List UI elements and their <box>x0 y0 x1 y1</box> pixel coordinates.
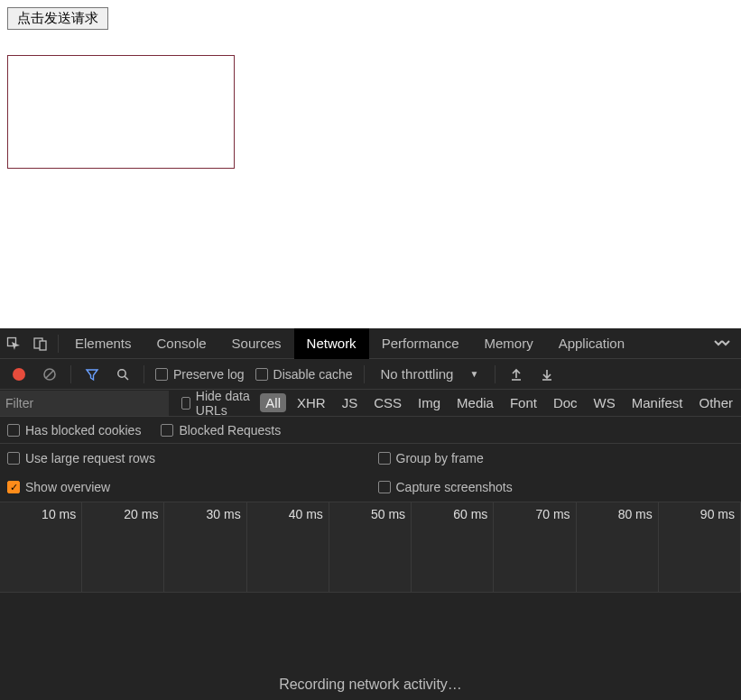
svg-point-5 <box>118 369 125 376</box>
has-blocked-cookies-checkbox[interactable]: Has blocked cookies <box>4 423 144 438</box>
timeline-tick: 20 ms <box>82 502 164 526</box>
filter-type-all[interactable]: All <box>260 393 286 412</box>
options-grid: Use large request rows Group by frame ✓S… <box>0 444 741 502</box>
dropdown-caret-icon: ▼ <box>469 369 478 379</box>
use-large-rows-label: Use large request rows <box>25 451 155 465</box>
record-button[interactable] <box>5 359 32 390</box>
tab-elements[interactable]: Elements <box>62 328 144 359</box>
timeline-lanes <box>0 526 741 592</box>
show-overview-label: Show overview <box>25 480 110 494</box>
timeline-tick: 90 ms <box>659 502 741 526</box>
tab-sources[interactable]: Sources <box>219 328 294 359</box>
more-tabs-icon[interactable] <box>703 338 741 349</box>
tab-network[interactable]: Network <box>294 328 369 359</box>
search-icon[interactable] <box>109 359 136 390</box>
throttling-select[interactable]: No throttling ▼ <box>372 366 488 382</box>
svg-line-4 <box>46 371 53 378</box>
group-by-frame-label: Group by frame <box>396 451 484 465</box>
filter-icon[interactable] <box>79 359 106 390</box>
blocked-requests-label: Blocked Requests <box>179 423 281 438</box>
timeline-tick: 50 ms <box>329 502 412 526</box>
devtools-panel: Elements Console Sources Network Perform… <box>0 328 741 700</box>
filter-type-js[interactable]: JS <box>337 393 364 412</box>
capture-screenshots-checkbox[interactable]: Capture screenshots <box>375 480 516 494</box>
send-request-button[interactable]: 点击发送请求 <box>7 7 108 30</box>
filter-bar: Hide data URLs All XHR JS CSS Img Media … <box>0 390 741 417</box>
filter-type-font[interactable]: Font <box>505 393 542 412</box>
separator <box>495 365 496 383</box>
status-text: Recording network activity… <box>279 677 462 693</box>
separator <box>144 365 144 383</box>
tab-performance[interactable]: Performance <box>369 328 472 359</box>
cookies-row: Has blocked cookies Blocked Requests <box>0 417 741 444</box>
svg-line-6 <box>125 376 128 380</box>
filter-type-xhr[interactable]: XHR <box>292 393 331 412</box>
timeline-tick: 30 ms <box>164 502 246 526</box>
disable-cache-label: Disable cache <box>273 367 353 382</box>
filter-type-other[interactable]: Other <box>693 393 738 412</box>
show-overview-checkbox[interactable]: ✓Show overview <box>4 480 114 494</box>
network-toolbar: Preserve log Disable cache No throttling… <box>0 359 741 390</box>
filter-input[interactable] <box>0 391 169 416</box>
filter-type-ws[interactable]: WS <box>588 393 621 412</box>
status-area: Recording network activity… <box>0 593 741 700</box>
preserve-log-checkbox[interactable]: Preserve log <box>152 367 248 382</box>
separator <box>70 365 71 383</box>
timeline-tick: 10 ms <box>0 502 82 526</box>
upload-har-icon[interactable] <box>503 359 530 390</box>
hide-data-urls-checkbox[interactable]: Hide data URLs <box>178 389 257 418</box>
page-content: 点击发送请求 <box>0 0 741 328</box>
download-har-icon[interactable] <box>533 359 560 390</box>
throttling-label: No throttling <box>381 366 454 382</box>
tab-memory[interactable]: Memory <box>472 328 546 359</box>
preserve-log-label: Preserve log <box>173 367 245 382</box>
timeline-tick: 40 ms <box>247 502 329 526</box>
svg-rect-2 <box>40 341 46 350</box>
blocked-requests-checkbox[interactable]: Blocked Requests <box>157 423 284 438</box>
filter-type-manifest[interactable]: Manifest <box>626 393 689 412</box>
result-box <box>7 55 235 169</box>
timeline-tick: 70 ms <box>494 502 576 526</box>
filter-type-doc[interactable]: Doc <box>548 393 583 412</box>
timeline-ruler: 10 ms 20 ms 30 ms 40 ms 50 ms 60 ms 70 m… <box>0 502 741 526</box>
tab-application[interactable]: Application <box>546 328 637 359</box>
separator <box>364 365 365 383</box>
timeline-overview[interactable]: 10 ms 20 ms 30 ms 40 ms 50 ms 60 ms 70 m… <box>0 502 741 593</box>
capture-screenshots-label: Capture screenshots <box>396 480 513 494</box>
timeline-tick: 60 ms <box>412 502 494 526</box>
use-large-rows-checkbox[interactable]: Use large request rows <box>4 451 159 465</box>
hide-data-urls-label: Hide data URLs <box>196 389 255 418</box>
timeline-tick: 80 ms <box>577 502 659 526</box>
inspect-element-icon[interactable] <box>0 328 27 359</box>
disable-cache-checkbox[interactable]: Disable cache <box>252 367 357 382</box>
filter-type-media[interactable]: Media <box>451 393 499 412</box>
clear-icon[interactable] <box>36 359 63 390</box>
device-toolbar-icon[interactable] <box>27 328 54 359</box>
separator <box>58 335 59 353</box>
filter-type-css[interactable]: CSS <box>368 393 407 412</box>
has-blocked-cookies-label: Has blocked cookies <box>25 423 141 438</box>
filter-type-img[interactable]: Img <box>412 393 446 412</box>
group-by-frame-checkbox[interactable]: Group by frame <box>375 451 487 465</box>
tab-console[interactable]: Console <box>144 328 219 359</box>
devtools-tabbar: Elements Console Sources Network Perform… <box>0 328 741 359</box>
